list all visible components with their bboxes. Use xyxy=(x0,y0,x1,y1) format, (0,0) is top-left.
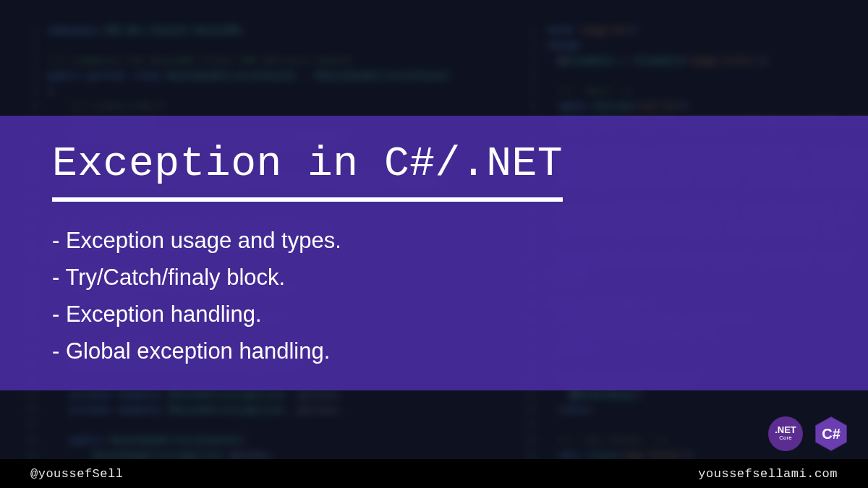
list-item: Global exception handling. xyxy=(52,333,816,369)
author-site: youssefsellami.com xyxy=(698,467,838,481)
list-item: Exception usage and types. xyxy=(52,222,816,259)
author-handle: @youssefSell xyxy=(30,467,123,481)
dotnet-label: .NET xyxy=(775,425,796,435)
logo-badges: .NET Core C# xyxy=(768,416,849,452)
list-item: Try/Catch/finaly block. xyxy=(52,259,816,296)
list-item: Exception handling. xyxy=(52,296,816,333)
bullet-list: Exception usage and types. Try/Catch/fin… xyxy=(52,222,816,370)
dotnet-core-icon: .NET Core xyxy=(768,416,803,451)
page-title: Exception in C#/.NET xyxy=(52,140,563,202)
csharp-label: C# xyxy=(822,426,841,442)
dotnet-sub-label: Core xyxy=(779,435,791,442)
csharp-icon: C# xyxy=(813,416,849,452)
footer-bar: @youssefSell youssefsellami.com xyxy=(0,459,868,488)
content-panel: Exception in C#/.NET Exception usage and… xyxy=(0,116,868,390)
